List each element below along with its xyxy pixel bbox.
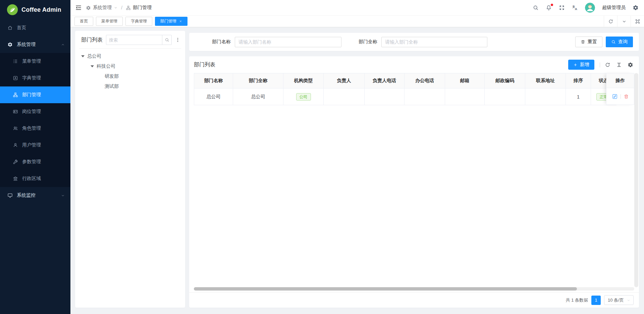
tree-node-leaf[interactable]: 测试部 (79, 81, 181, 91)
fixed-ops-column: 操作 (606, 73, 634, 105)
tab-home[interactable]: 首页 (74, 17, 93, 26)
edit-icon[interactable] (612, 93, 618, 100)
chevron-down-icon (61, 193, 65, 198)
settings-gear-icon[interactable] (633, 5, 639, 11)
column-settings-gear-icon[interactable] (628, 62, 633, 68)
sidebar-item-label: 参数管理 (22, 159, 65, 165)
tree-node-leaf[interactable]: 研发部 (79, 71, 181, 81)
table-card-title: 部门列表 (194, 61, 215, 68)
col-postcode[interactable]: 邮政编码 (485, 73, 525, 88)
tabbar: 首页 菜单管理 字典管理 部门管理 (70, 16, 644, 27)
list-icon (13, 59, 18, 64)
avatar-image (585, 3, 595, 13)
tab-menu-dropdown-button[interactable] (617, 16, 631, 27)
sidebar-item-admin-region[interactable]: 行政区域 (0, 170, 70, 187)
chevron-down-icon[interactable] (114, 6, 118, 10)
table-row[interactable]: 总公司 总公司 公司 1 正常 (194, 88, 616, 105)
col-office-phone[interactable]: 办公电话 (405, 73, 445, 88)
notification-badge-dot (551, 4, 553, 6)
more-options-icon[interactable] (175, 37, 180, 43)
tab-label: 部门管理 (160, 18, 176, 24)
dept-tree: 总公司 科技公司 研发部 测试部 (79, 49, 181, 91)
home-icon (7, 25, 13, 30)
sidebar-item-dict-mgmt[interactable]: 字典管理 (0, 70, 70, 86)
col-org-type[interactable]: 机构类型 (283, 73, 324, 88)
tab-dept-mgmt[interactable]: 部门管理 (155, 17, 187, 26)
caret-down-icon[interactable] (81, 55, 85, 57)
sidebar-item-param-mgmt[interactable]: 参数管理 (0, 153, 70, 170)
tree-node-root[interactable]: 总公司 (79, 51, 181, 61)
tree-search-button[interactable] (162, 35, 171, 45)
vertical-scrollbar[interactable] (634, 73, 638, 287)
cell-postcode (485, 88, 525, 105)
caret-down-icon[interactable] (91, 65, 94, 67)
table-scroll-area: 部门名称 部门全称 机构类型 负责人 负责人电话 办公电话 邮箱 邮政编码 联系… (194, 73, 634, 105)
notifications-button[interactable] (546, 5, 552, 11)
pagination-total: 共 1 条数据 (566, 297, 588, 303)
sidebar-item-dept-mgmt[interactable]: 部门管理 (0, 86, 70, 103)
dept-name-input[interactable] (235, 37, 341, 47)
username[interactable]: 超级管理员 (602, 5, 626, 11)
query-button-label: 查询 (618, 39, 628, 45)
col-address[interactable]: 联系地址 (525, 73, 566, 88)
sidebar-group-monitor[interactable]: 系统监控 (0, 187, 70, 204)
sidebar-item-post-mgmt[interactable]: 岗位管理 (0, 103, 70, 120)
add-button[interactable]: 新增 (568, 60, 594, 70)
tab-dict-mgmt[interactable]: 字典管理 (125, 17, 152, 26)
sidebar-item-menu-mgmt[interactable]: 菜单管理 (0, 53, 70, 70)
translate-icon[interactable] (572, 5, 578, 11)
sidebar-item-user-mgmt[interactable]: 用户管理 (0, 137, 70, 153)
page-size-select[interactable]: 10 条/页 (604, 295, 634, 305)
sidebar-group-system[interactable]: 系统管理 (0, 36, 70, 53)
reset-button[interactable]: 重置 (575, 37, 602, 47)
col-leader-phone[interactable]: 负责人电话 (365, 73, 405, 88)
cell-email (445, 88, 485, 105)
col-email[interactable]: 邮箱 (445, 73, 485, 88)
tree-panel-title: 部门列表 (81, 37, 103, 44)
roles-icon (13, 126, 18, 131)
search-icon[interactable] (533, 5, 539, 11)
row-density-icon[interactable] (616, 62, 622, 68)
breadcrumb-level2[interactable]: 部门管理 (133, 5, 152, 11)
avatar[interactable] (585, 3, 595, 13)
dept-fullname-input[interactable] (381, 37, 487, 47)
cell-sort: 1 (566, 88, 591, 105)
content-maximize-button[interactable] (631, 16, 644, 27)
col-dept-name[interactable]: 部门名称 (194, 73, 233, 88)
horizontal-scrollbar[interactable] (194, 287, 634, 291)
close-icon[interactable] (179, 20, 182, 23)
col-leader[interactable]: 负责人 (324, 73, 365, 88)
id-badge-icon (13, 109, 18, 114)
query-button[interactable]: 查询 (606, 37, 633, 47)
col-dept-fullname[interactable]: 部门全称 (233, 73, 283, 88)
refresh-tab-button[interactable] (604, 16, 617, 27)
chevron-up-icon (61, 43, 65, 47)
app-title: Coffee Admin (21, 6, 61, 13)
sidebar-item-label: 菜单管理 (22, 58, 65, 64)
tree-node-child[interactable]: 科技公司 (79, 61, 181, 71)
refresh-icon[interactable] (605, 62, 610, 68)
sidebar-group-label: 系统管理 (17, 42, 57, 48)
sidebar-item-home[interactable]: 首页 (0, 19, 70, 36)
breadcrumb-level1[interactable]: 系统管理 (93, 5, 112, 11)
page-button-1[interactable]: 1 (591, 296, 601, 305)
cell-ops (606, 88, 634, 105)
trash-icon (581, 40, 585, 44)
horizontal-scrollbar-thumb[interactable] (194, 287, 577, 291)
fullscreen-icon[interactable] (559, 5, 565, 11)
delete-icon[interactable] (624, 94, 629, 99)
toolbar-divider (600, 62, 600, 67)
col-sort[interactable]: 排序 (566, 73, 591, 88)
tree-search-box (106, 35, 172, 45)
page-size-value: 10 条/页 (608, 297, 624, 303)
reset-button-label: 重置 (588, 39, 597, 45)
collapse-sidebar-icon[interactable] (75, 4, 82, 11)
chevron-down-icon (622, 19, 627, 24)
tree-search-input[interactable] (106, 38, 162, 43)
tree-node-label: 总公司 (87, 53, 101, 59)
app-logo[interactable]: Coffee Admin (0, 0, 70, 19)
cell-office-phone (405, 88, 445, 105)
sidebar-item-role-mgmt[interactable]: 角色管理 (0, 120, 70, 137)
tab-menu-mgmt[interactable]: 菜单管理 (96, 17, 123, 26)
search-icon (611, 40, 616, 44)
